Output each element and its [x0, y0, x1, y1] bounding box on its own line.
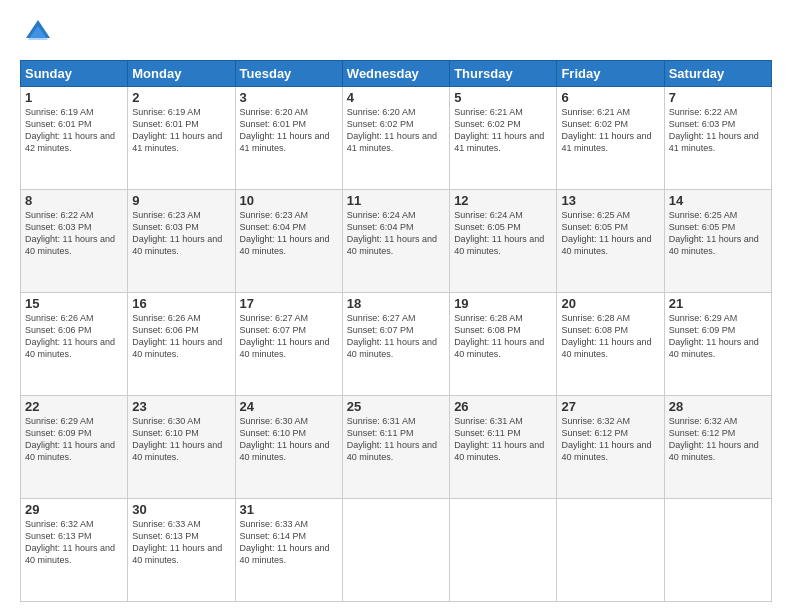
day-info: Sunrise: 6:28 AMSunset: 6:08 PMDaylight:…: [454, 313, 544, 359]
day-info: Sunrise: 6:28 AMSunset: 6:08 PMDaylight:…: [561, 313, 651, 359]
day-info: Sunrise: 6:25 AMSunset: 6:05 PMDaylight:…: [561, 210, 651, 256]
day-cell: 26 Sunrise: 6:31 AMSunset: 6:11 PMDaylig…: [450, 396, 557, 499]
day-cell: 31 Sunrise: 6:33 AMSunset: 6:14 PMDaylig…: [235, 499, 342, 602]
day-info: Sunrise: 6:24 AMSunset: 6:04 PMDaylight:…: [347, 210, 437, 256]
day-number: 21: [669, 296, 767, 311]
day-cell: [342, 499, 449, 602]
weekday-header-friday: Friday: [557, 61, 664, 87]
weekday-header-saturday: Saturday: [664, 61, 771, 87]
day-number: 28: [669, 399, 767, 414]
weekday-header-tuesday: Tuesday: [235, 61, 342, 87]
day-cell: 17 Sunrise: 6:27 AMSunset: 6:07 PMDaylig…: [235, 293, 342, 396]
day-cell: 5 Sunrise: 6:21 AMSunset: 6:02 PMDayligh…: [450, 87, 557, 190]
day-info: Sunrise: 6:31 AMSunset: 6:11 PMDaylight:…: [347, 416, 437, 462]
day-cell: 27 Sunrise: 6:32 AMSunset: 6:12 PMDaylig…: [557, 396, 664, 499]
day-info: Sunrise: 6:26 AMSunset: 6:06 PMDaylight:…: [132, 313, 222, 359]
day-info: Sunrise: 6:25 AMSunset: 6:05 PMDaylight:…: [669, 210, 759, 256]
day-info: Sunrise: 6:23 AMSunset: 6:03 PMDaylight:…: [132, 210, 222, 256]
day-cell: 21 Sunrise: 6:29 AMSunset: 6:09 PMDaylig…: [664, 293, 771, 396]
day-info: Sunrise: 6:22 AMSunset: 6:03 PMDaylight:…: [25, 210, 115, 256]
day-number: 15: [25, 296, 123, 311]
day-info: Sunrise: 6:26 AMSunset: 6:06 PMDaylight:…: [25, 313, 115, 359]
day-cell: 8 Sunrise: 6:22 AMSunset: 6:03 PMDayligh…: [21, 190, 128, 293]
day-info: Sunrise: 6:33 AMSunset: 6:13 PMDaylight:…: [132, 519, 222, 565]
day-number: 11: [347, 193, 445, 208]
day-info: Sunrise: 6:32 AMSunset: 6:12 PMDaylight:…: [669, 416, 759, 462]
day-info: Sunrise: 6:30 AMSunset: 6:10 PMDaylight:…: [240, 416, 330, 462]
day-cell: 29 Sunrise: 6:32 AMSunset: 6:13 PMDaylig…: [21, 499, 128, 602]
day-info: Sunrise: 6:31 AMSunset: 6:11 PMDaylight:…: [454, 416, 544, 462]
day-info: Sunrise: 6:22 AMSunset: 6:03 PMDaylight:…: [669, 107, 759, 153]
day-number: 29: [25, 502, 123, 517]
day-info: Sunrise: 6:21 AMSunset: 6:02 PMDaylight:…: [454, 107, 544, 153]
day-cell: 2 Sunrise: 6:19 AMSunset: 6:01 PMDayligh…: [128, 87, 235, 190]
weekday-header-wednesday: Wednesday: [342, 61, 449, 87]
day-number: 4: [347, 90, 445, 105]
day-info: Sunrise: 6:19 AMSunset: 6:01 PMDaylight:…: [132, 107, 222, 153]
weekday-header-sunday: Sunday: [21, 61, 128, 87]
day-cell: 11 Sunrise: 6:24 AMSunset: 6:04 PMDaylig…: [342, 190, 449, 293]
day-number: 20: [561, 296, 659, 311]
weekday-header-thursday: Thursday: [450, 61, 557, 87]
day-cell: 16 Sunrise: 6:26 AMSunset: 6:06 PMDaylig…: [128, 293, 235, 396]
week-row-5: 29 Sunrise: 6:32 AMSunset: 6:13 PMDaylig…: [21, 499, 772, 602]
day-number: 2: [132, 90, 230, 105]
week-row-3: 15 Sunrise: 6:26 AMSunset: 6:06 PMDaylig…: [21, 293, 772, 396]
day-cell: 13 Sunrise: 6:25 AMSunset: 6:05 PMDaylig…: [557, 190, 664, 293]
day-number: 16: [132, 296, 230, 311]
day-number: 9: [132, 193, 230, 208]
day-info: Sunrise: 6:23 AMSunset: 6:04 PMDaylight:…: [240, 210, 330, 256]
day-cell: 19 Sunrise: 6:28 AMSunset: 6:08 PMDaylig…: [450, 293, 557, 396]
day-number: 24: [240, 399, 338, 414]
weekday-header-row: SundayMondayTuesdayWednesdayThursdayFrid…: [21, 61, 772, 87]
logo-icon: [24, 18, 52, 50]
day-cell: 9 Sunrise: 6:23 AMSunset: 6:03 PMDayligh…: [128, 190, 235, 293]
day-cell: 3 Sunrise: 6:20 AMSunset: 6:01 PMDayligh…: [235, 87, 342, 190]
day-cell: 22 Sunrise: 6:29 AMSunset: 6:09 PMDaylig…: [21, 396, 128, 499]
day-cell: 1 Sunrise: 6:19 AMSunset: 6:01 PMDayligh…: [21, 87, 128, 190]
day-number: 8: [25, 193, 123, 208]
day-cell: [557, 499, 664, 602]
day-info: Sunrise: 6:32 AMSunset: 6:13 PMDaylight:…: [25, 519, 115, 565]
day-number: 1: [25, 90, 123, 105]
day-number: 17: [240, 296, 338, 311]
day-info: Sunrise: 6:32 AMSunset: 6:12 PMDaylight:…: [561, 416, 651, 462]
day-info: Sunrise: 6:24 AMSunset: 6:05 PMDaylight:…: [454, 210, 544, 256]
week-row-1: 1 Sunrise: 6:19 AMSunset: 6:01 PMDayligh…: [21, 87, 772, 190]
day-number: 6: [561, 90, 659, 105]
day-info: Sunrise: 6:27 AMSunset: 6:07 PMDaylight:…: [347, 313, 437, 359]
day-cell: 4 Sunrise: 6:20 AMSunset: 6:02 PMDayligh…: [342, 87, 449, 190]
day-info: Sunrise: 6:29 AMSunset: 6:09 PMDaylight:…: [669, 313, 759, 359]
day-cell: 25 Sunrise: 6:31 AMSunset: 6:11 PMDaylig…: [342, 396, 449, 499]
day-number: 13: [561, 193, 659, 208]
day-cell: 28 Sunrise: 6:32 AMSunset: 6:12 PMDaylig…: [664, 396, 771, 499]
day-cell: 7 Sunrise: 6:22 AMSunset: 6:03 PMDayligh…: [664, 87, 771, 190]
day-cell: 12 Sunrise: 6:24 AMSunset: 6:05 PMDaylig…: [450, 190, 557, 293]
week-row-2: 8 Sunrise: 6:22 AMSunset: 6:03 PMDayligh…: [21, 190, 772, 293]
day-number: 22: [25, 399, 123, 414]
day-cell: 24 Sunrise: 6:30 AMSunset: 6:10 PMDaylig…: [235, 396, 342, 499]
day-number: 18: [347, 296, 445, 311]
day-number: 5: [454, 90, 552, 105]
day-number: 19: [454, 296, 552, 311]
page: SundayMondayTuesdayWednesdayThursdayFrid…: [0, 0, 792, 612]
day-info: Sunrise: 6:30 AMSunset: 6:10 PMDaylight:…: [132, 416, 222, 462]
day-number: 27: [561, 399, 659, 414]
calendar-table: SundayMondayTuesdayWednesdayThursdayFrid…: [20, 60, 772, 602]
day-number: 26: [454, 399, 552, 414]
day-cell: [664, 499, 771, 602]
day-cell: 23 Sunrise: 6:30 AMSunset: 6:10 PMDaylig…: [128, 396, 235, 499]
day-cell: 15 Sunrise: 6:26 AMSunset: 6:06 PMDaylig…: [21, 293, 128, 396]
day-number: 23: [132, 399, 230, 414]
day-cell: 6 Sunrise: 6:21 AMSunset: 6:02 PMDayligh…: [557, 87, 664, 190]
day-cell: [450, 499, 557, 602]
day-number: 3: [240, 90, 338, 105]
day-number: 25: [347, 399, 445, 414]
day-cell: 10 Sunrise: 6:23 AMSunset: 6:04 PMDaylig…: [235, 190, 342, 293]
day-cell: 18 Sunrise: 6:27 AMSunset: 6:07 PMDaylig…: [342, 293, 449, 396]
day-number: 31: [240, 502, 338, 517]
day-info: Sunrise: 6:20 AMSunset: 6:01 PMDaylight:…: [240, 107, 330, 153]
day-number: 7: [669, 90, 767, 105]
day-info: Sunrise: 6:33 AMSunset: 6:14 PMDaylight:…: [240, 519, 330, 565]
logo: [20, 16, 52, 50]
